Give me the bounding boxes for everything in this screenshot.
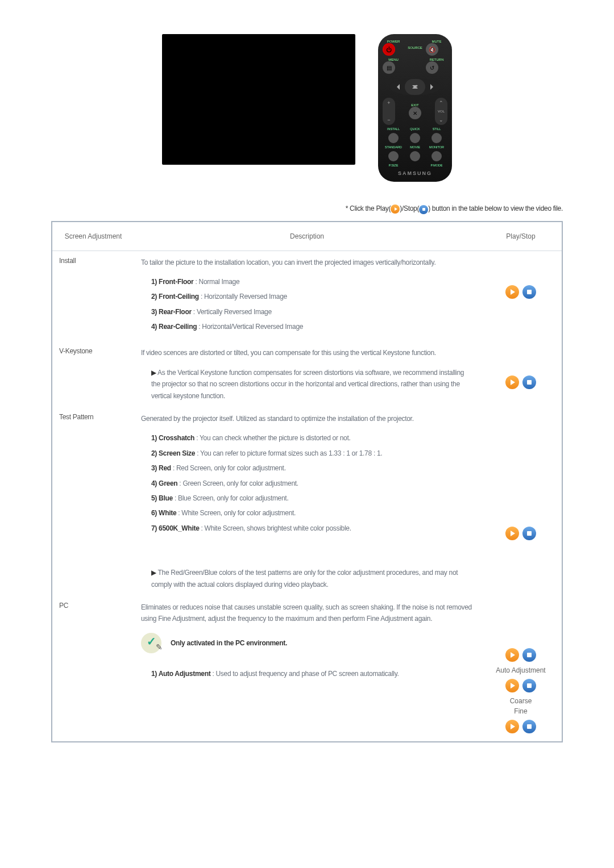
pc-play-stack: Auto Adjustment Coarse Fine	[487, 604, 555, 736]
vkeystone-bullet: As the Vertical Keystone function compen…	[141, 367, 473, 402]
play-button[interactable]	[505, 679, 519, 692]
stop-button[interactable]	[522, 285, 536, 299]
play-button[interactable]	[505, 527, 519, 540]
remote-label-movie: MOVIE	[406, 145, 424, 149]
label-auto-adjustment: Auto Adjustment	[487, 666, 555, 674]
instruction-note: * Click the Play()/Stop() button in the …	[51, 205, 563, 214]
remote-illustration: POWER ⏻ SOURCE MUTE 🔇 MENU ▤ RETURN ↺	[378, 34, 452, 182]
testpattern-intro: Generated by the projector itself. Utili…	[141, 413, 473, 424]
stop-button[interactable]	[522, 527, 536, 540]
remote-label-source: SOURCE	[404, 46, 426, 49]
remote-label-install: INSTALL	[385, 127, 402, 131]
small-btn	[432, 133, 442, 143]
stop-button[interactable]	[522, 720, 536, 733]
remote-label-pmode: P.MODE	[428, 164, 445, 167]
remote-label-quick: QUICK	[406, 127, 424, 131]
testpattern-list: 1) Crosshatch : You can check whether th…	[141, 432, 473, 534]
power-icon: ⏻	[383, 43, 395, 56]
label-fine: Fine	[487, 707, 555, 715]
small-btn	[410, 151, 420, 161]
small-btn	[432, 151, 442, 161]
keystone-rocker: +−	[383, 98, 395, 125]
hero-row: POWER ⏻ SOURCE MUTE 🔇 MENU ▤ RETURN ↺	[51, 34, 563, 182]
row-name-vkeystone: V-Keystone	[52, 341, 134, 407]
remote-label-power: POWER	[383, 40, 404, 43]
small-btn	[410, 133, 420, 143]
table-row: PC Eliminates or reduces noise that caus…	[52, 596, 562, 742]
menu-icon: ▤	[383, 61, 395, 74]
pc-intro: Eliminates or reduces noise that causes …	[141, 602, 473, 625]
row-name-pc: PC	[52, 596, 134, 742]
stop-button[interactable]	[522, 679, 536, 692]
pc-list: 1) Auto Adjustment : Used to adjust freq…	[141, 668, 473, 679]
exit-icon: ✕	[409, 107, 421, 119]
table-row: V-Keystone If video scences are distorte…	[52, 341, 562, 407]
install-list: 1) Front-Floor : Normal Image 2) Front-C…	[141, 276, 473, 333]
remote-label-menu: MENU	[383, 58, 404, 61]
return-icon: ↺	[426, 61, 438, 74]
th-play-stop: Play/Stop	[480, 222, 562, 251]
remote-label-exit: EXIT	[409, 103, 421, 107]
install-intro: To tailor the picture to the installatio…	[141, 257, 473, 268]
mute-icon: 🔇	[426, 43, 438, 56]
vkeystone-intro: If video scences are distorted or tilted…	[141, 347, 473, 358]
th-screen-adjustment: Screen Adjustment	[52, 222, 134, 251]
stop-icon	[419, 205, 428, 214]
row-name-testpattern: Test Pattern	[52, 407, 134, 596]
dpad: ⏎	[389, 78, 441, 95]
remote-label-psize: P.SIZE	[385, 164, 402, 167]
stop-button[interactable]	[522, 375, 536, 389]
pc-note: Only activated in the PC environment.	[171, 637, 287, 649]
th-description: Description	[134, 222, 480, 251]
vol-rocker: ⌃VOL⌄	[435, 98, 447, 125]
remote-label-standard: STANDARD	[385, 145, 402, 149]
play-icon	[391, 205, 400, 214]
table-row: Test Pattern Generated by the projector …	[52, 407, 562, 596]
settings-table: Screen Adjustment Description Play/Stop …	[51, 221, 563, 742]
remote-label-monitor: MONITOR	[428, 145, 445, 149]
play-button[interactable]	[505, 285, 519, 299]
remote-label-return: RETURN	[426, 58, 447, 61]
stop-button[interactable]	[522, 648, 536, 662]
brand-label: SAMSUNG	[398, 170, 432, 176]
play-button[interactable]	[505, 375, 519, 389]
play-button[interactable]	[505, 648, 519, 662]
checkmark-note-icon	[141, 633, 161, 653]
label-coarse: Coarse	[487, 697, 555, 705]
small-btn	[388, 133, 399, 143]
testpattern-bullet: The Red/Green/Blue colors of the test pa…	[141, 567, 473, 590]
table-row: Install To tailor the picture to the ins…	[52, 251, 562, 341]
remote-label-mute: MUTE	[426, 40, 447, 43]
small-btn	[388, 151, 399, 161]
row-name-install: Install	[52, 251, 134, 341]
video-preview	[162, 34, 355, 165]
play-button[interactable]	[505, 720, 519, 733]
remote-label-still: STILL	[428, 127, 445, 131]
